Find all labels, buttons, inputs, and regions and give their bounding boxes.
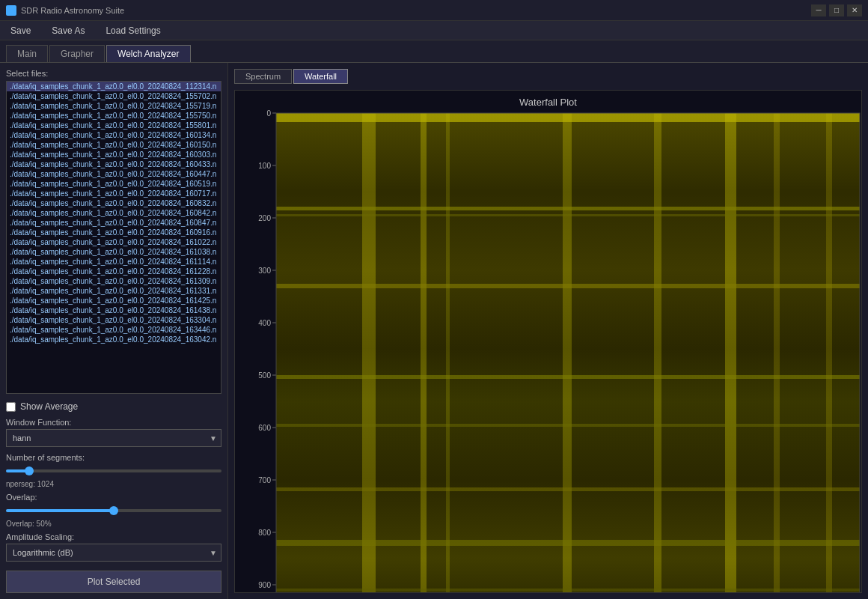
file-list-item[interactable]: ./data/iq_samples_chunk_1_az0.0_el0.0_20… bbox=[7, 286, 221, 296]
overlap-slider-container bbox=[6, 504, 221, 517]
overlap-slider[interactable] bbox=[6, 509, 221, 512]
file-list-item[interactable]: ./data/iq_samples_chunk_1_az0.0_el0.0_20… bbox=[7, 257, 221, 267]
file-list-item[interactable]: ./data/iq_samples_chunk_1_az0.0_el0.0_20… bbox=[7, 335, 221, 344]
tab-waterfall[interactable]: Waterfall bbox=[293, 69, 348, 84]
file-list[interactable]: ./data/iq_samples_chunk_1_az0.0_el0.0_20… bbox=[6, 81, 221, 394]
file-list-item[interactable]: ./data/iq_samples_chunk_1_az0.0_el0.0_20… bbox=[7, 267, 221, 276]
file-list-item[interactable]: ./data/iq_samples_chunk_1_az0.0_el0.0_20… bbox=[7, 305, 221, 315]
file-list-item[interactable]: ./data/iq_samples_chunk_1_az0.0_el0.0_20… bbox=[7, 189, 221, 198]
show-average-row: Show Average bbox=[6, 401, 221, 412]
svg-text:400: 400 bbox=[258, 319, 271, 327]
file-list-item[interactable]: ./data/iq_samples_chunk_1_az0.0_el0.0_20… bbox=[7, 159, 221, 169]
plot-selected-button[interactable]: Plot Selected bbox=[6, 571, 221, 593]
show-average-checkbox[interactable] bbox=[6, 402, 16, 412]
file-list-item[interactable]: ./data/iq_samples_chunk_1_az0.0_el0.0_20… bbox=[7, 228, 221, 237]
tab-spectrum[interactable]: Spectrum bbox=[234, 69, 292, 84]
file-list-item[interactable]: ./data/iq_samples_chunk_1_az0.0_el0.0_20… bbox=[7, 179, 221, 189]
main-layout: Select files: ./data/iq_samples_chunk_1_… bbox=[0, 63, 868, 599]
amplitude-scaling-label: Amplitude Scaling: bbox=[6, 532, 221, 541]
file-list-item[interactable]: ./data/iq_samples_chunk_1_az0.0_el0.0_20… bbox=[7, 101, 221, 111]
overlap-label: Overlap: bbox=[6, 493, 221, 502]
right-panel: Spectrum Waterfall Waterfall Plot Time bbox=[228, 63, 868, 599]
segments-label: Number of segments: bbox=[6, 453, 221, 462]
window-function-select[interactable]: hann hamming blackman bartlett flat top bbox=[6, 429, 221, 447]
left-panel: Select files: ./data/iq_samples_chunk_1_… bbox=[0, 63, 228, 599]
file-list-item[interactable]: ./data/iq_samples_chunk_1_az0.0_el0.0_20… bbox=[7, 140, 221, 150]
file-list-item[interactable]: ./data/iq_samples_chunk_1_az0.0_el0.0_20… bbox=[7, 82, 221, 91]
svg-text:0: 0 bbox=[266, 109, 271, 118]
svg-text:800: 800 bbox=[258, 529, 271, 537]
waterfall-plot-svg: Waterfall Plot Time bbox=[235, 91, 861, 592]
svg-text:100: 100 bbox=[258, 162, 271, 170]
show-average-label: Show Average bbox=[20, 401, 78, 412]
wf-noise-overlay bbox=[276, 113, 860, 592]
svg-text:500: 500 bbox=[258, 371, 271, 380]
file-list-item[interactable]: ./data/iq_samples_chunk_1_az0.0_el0.0_20… bbox=[7, 296, 221, 305]
close-button[interactable]: ✕ bbox=[847, 4, 862, 16]
tab-grapher[interactable]: Grapher bbox=[49, 45, 105, 62]
amplitude-scaling-select[interactable]: Logarithmic (dB) Linear Power bbox=[6, 544, 221, 562]
file-list-item[interactable]: ./data/iq_samples_chunk_1_az0.0_el0.0_20… bbox=[7, 169, 221, 179]
file-list-item[interactable]: ./data/iq_samples_chunk_1_az0.0_el0.0_20… bbox=[7, 208, 221, 218]
file-list-item[interactable]: ./data/iq_samples_chunk_1_az0.0_el0.0_20… bbox=[7, 325, 221, 335]
file-list-item[interactable]: ./data/iq_samples_chunk_1_az0.0_el0.0_20… bbox=[7, 91, 221, 101]
svg-text:300: 300 bbox=[258, 267, 271, 275]
app-icon bbox=[6, 5, 16, 16]
file-list-item[interactable]: ./data/iq_samples_chunk_1_az0.0_el0.0_20… bbox=[7, 130, 221, 140]
app-title: SDR Radio Astronomy Suite bbox=[21, 6, 124, 15]
segments-slider-container bbox=[6, 464, 221, 477]
controls-section: Show Average Window Function: hann hammi… bbox=[6, 398, 221, 593]
menu-bar: Save Save As Load Settings bbox=[0, 21, 868, 40]
svg-text:600: 600 bbox=[258, 424, 271, 432]
file-list-item[interactable]: ./data/iq_samples_chunk_1_az0.0_el0.0_20… bbox=[7, 218, 221, 228]
title-bar-left: SDR Radio Astronomy Suite bbox=[6, 5, 124, 16]
file-list-item[interactable]: ./data/iq_samples_chunk_1_az0.0_el0.0_20… bbox=[7, 150, 221, 159]
window-function-dropdown-container: hann hamming blackman bartlett flat top … bbox=[6, 429, 221, 447]
y-axis: 0 100 200 300 400 500 600 700 bbox=[254, 109, 276, 592]
file-list-item[interactable]: ./data/iq_samples_chunk_1_az0.0_el0.0_20… bbox=[7, 247, 221, 257]
svg-text:700: 700 bbox=[258, 476, 271, 484]
file-list-item[interactable]: ./data/iq_samples_chunk_1_az0.0_el0.0_20… bbox=[7, 276, 221, 286]
file-list-item[interactable]: ./data/iq_samples_chunk_1_az0.0_el0.0_20… bbox=[7, 315, 221, 325]
file-list-item[interactable]: ./data/iq_samples_chunk_1_az0.0_el0.0_20… bbox=[7, 121, 221, 130]
title-bar: SDR Radio Astronomy Suite ─ □ ✕ bbox=[0, 0, 868, 21]
file-list-item[interactable]: ./data/iq_samples_chunk_1_az0.0_el0.0_20… bbox=[7, 198, 221, 208]
overlap-value: Overlap: 50% bbox=[6, 520, 221, 528]
file-list-item[interactable]: ./data/iq_samples_chunk_1_az0.0_el0.0_20… bbox=[7, 111, 221, 121]
tab-bar: Main Grapher Welch Analyzer bbox=[0, 40, 868, 63]
tab-welch-analyzer[interactable]: Welch Analyzer bbox=[106, 45, 190, 62]
minimize-button[interactable]: ─ bbox=[811, 4, 826, 16]
plot-area: Waterfall Plot Time bbox=[234, 90, 862, 593]
file-list-item[interactable]: ./data/iq_samples_chunk_1_az0.0_el0.0_20… bbox=[7, 237, 221, 247]
menu-save[interactable]: Save bbox=[6, 24, 35, 37]
plot-tabs: Spectrum Waterfall bbox=[234, 69, 862, 84]
svg-text:200: 200 bbox=[258, 214, 271, 222]
segments-slider[interactable] bbox=[6, 469, 221, 472]
maximize-button[interactable]: □ bbox=[829, 4, 844, 16]
amplitude-scaling-dropdown-container: Logarithmic (dB) Linear Power ▼ bbox=[6, 544, 221, 562]
tab-main[interactable]: Main bbox=[6, 45, 48, 62]
menu-load-settings[interactable]: Load Settings bbox=[101, 24, 165, 37]
nperseg-value: nperseg: 1024 bbox=[6, 480, 221, 488]
files-label: Select files: bbox=[6, 69, 221, 78]
svg-text:900: 900 bbox=[258, 581, 271, 589]
menu-save-as[interactable]: Save As bbox=[47, 24, 89, 37]
plot-title-text: Waterfall Plot bbox=[519, 97, 577, 108]
title-bar-controls: ─ □ ✕ bbox=[811, 4, 862, 16]
window-function-label: Window Function: bbox=[6, 418, 221, 427]
